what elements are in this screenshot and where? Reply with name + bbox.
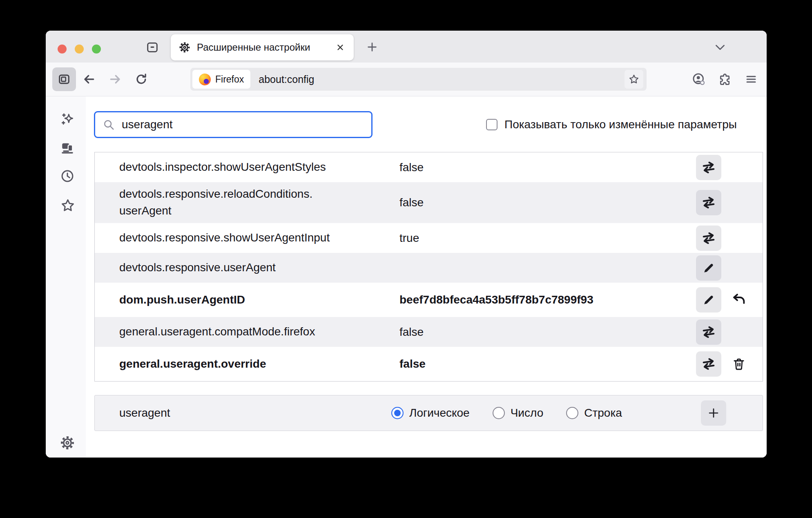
forward-icon [109,73,122,86]
checkbox-icon[interactable] [486,119,497,130]
pref-name: devtools.responsive.reloadConditions.​us… [119,186,348,219]
bookmark-page-button[interactable] [625,70,643,89]
toolbox-icon [145,40,159,54]
toggle-icon [700,324,717,340]
reset-pref-button[interactable] [728,289,750,311]
trash-icon [732,357,746,371]
sidebar-item-bookmarks[interactable] [58,197,74,214]
synced-tabs-icon [60,141,75,155]
list-all-tabs-button[interactable] [711,42,727,53]
pref-value: beef7d8bfeca4a53b5ff78b7c7899f93 [399,293,593,306]
hamburger-icon [745,73,758,86]
star-icon [628,74,640,85]
url-bar[interactable]: Firefox about:config [190,68,647,91]
add-pref-button[interactable] [701,400,726,426]
sidebar-icon [58,73,71,86]
forward-button[interactable] [102,67,128,91]
pref-row: dom.push.userAgentID beef7d8bfeca4a53b5f… [95,283,763,317]
pref-value: true [399,232,419,245]
settings-gear-icon [60,435,75,450]
reload-button[interactable] [128,67,154,91]
back-button[interactable] [76,67,102,91]
toggle-pref-button[interactable] [696,155,721,180]
menu-button[interactable] [738,67,764,91]
url-site-chip: Firefox [192,70,250,89]
reload-icon [135,73,148,86]
new-tab-button[interactable] [364,38,381,56]
pref-search-box[interactable] [94,111,373,138]
star-icon [60,198,76,213]
url-chip-label: Firefox [215,74,244,85]
toggle-pref-button[interactable] [696,226,721,251]
add-pref-panel: useragent Логическое Число Строка [94,395,763,431]
edit-pencil-icon [703,262,715,274]
pref-search-input[interactable] [121,118,351,132]
plus-icon [366,41,378,53]
clock-icon [60,169,75,183]
pref-value: false [399,196,424,209]
window-controls [58,45,101,54]
close-window-button[interactable] [58,45,67,54]
edit-pref-button[interactable] [696,287,721,313]
tab-title: Расширенные настройки [197,42,310,53]
tab-advanced-settings[interactable]: Расширенные настройки [171,34,354,60]
toggle-icon [700,230,717,246]
pref-name: general.useragent.override [119,356,348,373]
toggle-pref-button[interactable] [696,190,721,215]
chevron-down-icon [714,42,727,52]
pref-row: general.useragent.override false [95,347,763,381]
pref-row: devtools.inspector.showUserAgentStyles f… [95,152,763,182]
plus-icon [707,406,720,420]
minimize-window-button[interactable] [75,45,84,54]
delete-pref-button[interactable] [728,353,750,375]
toggle-pref-button[interactable] [696,319,721,345]
close-tab-button[interactable] [333,41,346,54]
pref-name: devtools.responsive.showUserAgentInput [119,230,348,246]
pref-name: devtools.inspector.showUserAgentStyles [119,159,348,176]
filter-label: Показывать только изменённые параметры [504,118,737,131]
pref-name: devtools.responsive.userAgent [119,259,348,276]
url-text: about:config [259,74,314,85]
search-icon [103,118,115,131]
radio-checked-icon[interactable] [391,407,404,419]
extensions-button[interactable] [712,67,738,91]
sidebar-item-synced-tabs[interactable] [58,140,74,156]
account-button[interactable] [686,67,712,91]
pref-row: devtools.responsive.reloadConditions.​us… [95,182,763,223]
toolbox-button[interactable] [143,40,158,55]
radio-icon[interactable] [493,407,505,419]
toggle-icon [700,194,717,211]
pref-value: false [399,326,424,339]
toggle-pref-button[interactable] [696,351,721,377]
toggle-icon [700,356,717,373]
new-pref-name: useragent [119,406,170,420]
window-body: Показывать только изменённые параметры d… [46,96,767,458]
pref-row: devtools.responsive.showUserAgentInput t… [95,223,763,253]
radio-icon[interactable] [566,407,578,419]
edit-pencil-icon [703,294,715,306]
tab-strip: Расширенные настройки [46,31,767,63]
pref-type-options: Логическое Число Строка [391,406,622,420]
type-option-boolean[interactable]: Логическое [391,406,470,420]
sidebar-settings-button[interactable] [58,435,74,451]
sidebar-toggle-button[interactable] [52,67,76,91]
pref-value: false [399,161,424,174]
prefs-table: devtools.inspector.showUserAgentStyles f… [94,152,763,382]
zoom-window-button[interactable] [92,45,101,54]
close-icon [336,43,345,52]
pref-name: dom.push.userAgentID [119,292,348,308]
back-icon [83,73,96,86]
edit-pref-button[interactable] [696,255,721,281]
sidebar-item-ai-chat[interactable] [58,111,74,127]
sidebar-item-history[interactable] [58,168,74,184]
type-option-string[interactable]: Строка [566,406,622,420]
firefox-logo-icon [199,74,211,85]
navigation-toolbar: Firefox about:config [46,63,767,96]
about-config-page: Показывать только изменённые параметры d… [86,96,767,458]
puzzle-icon [718,73,732,86]
type-option-number[interactable]: Число [493,406,544,420]
pref-row: general.useragent.compatMode.firefox fal… [95,317,763,347]
browser-window: Расширенные настройки [46,31,767,458]
gear-icon [179,42,190,53]
show-modified-only-filter[interactable]: Показывать только изменённые параметры [486,111,737,138]
